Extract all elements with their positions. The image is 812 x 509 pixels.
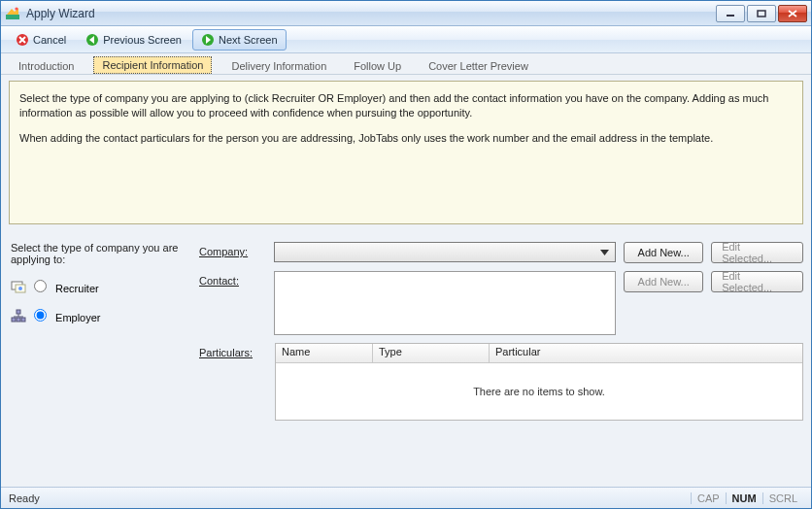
particulars-row: Particulars: Name Type Particular There … bbox=[199, 343, 803, 421]
close-button[interactable] bbox=[778, 5, 807, 22]
svg-rect-13 bbox=[12, 318, 16, 322]
info-paragraph-1: Select the type of company you are apply… bbox=[19, 91, 793, 121]
recruiter-text: Recruiter bbox=[55, 283, 99, 294]
company-label: Company: bbox=[199, 242, 274, 257]
chevron-down-icon bbox=[596, 245, 613, 259]
contact-edit-selected-button[interactable]: Edit Selected... bbox=[711, 271, 803, 292]
cancel-button[interactable]: Cancel bbox=[7, 29, 75, 51]
employer-text: Employer bbox=[55, 312, 100, 323]
tab-cover-letter-preview[interactable]: Cover Letter Preview bbox=[421, 58, 536, 74]
info-paragraph-2: When adding the contact particulars for … bbox=[19, 131, 793, 146]
company-add-new-button[interactable]: Add New... bbox=[624, 242, 703, 263]
app-window: Apply Wizard Cancel Previous Screen bbox=[0, 0, 812, 509]
employer-icon bbox=[11, 308, 26, 323]
column-type[interactable]: Type bbox=[373, 344, 490, 362]
contact-add-new-button[interactable]: Add New... bbox=[624, 271, 703, 292]
tab-follow-up[interactable]: Follow Up bbox=[346, 58, 409, 74]
previous-label: Previous Screen bbox=[103, 34, 182, 46]
company-type-panel: Select the type of company you are apply… bbox=[9, 242, 199, 323]
close-icon bbox=[788, 10, 797, 17]
recruiter-icon bbox=[11, 279, 26, 294]
column-name[interactable]: Name bbox=[276, 344, 373, 362]
employer-radio-label[interactable]: Employer bbox=[34, 309, 101, 323]
status-cap: CAP bbox=[691, 492, 726, 504]
info-box: Select the type of company you are apply… bbox=[9, 81, 803, 224]
toolbar: Cancel Previous Screen Next Screen bbox=[1, 26, 811, 53]
recruiter-radio[interactable] bbox=[34, 280, 47, 292]
recruiter-radio-label[interactable]: Recruiter bbox=[34, 280, 99, 294]
svg-rect-10 bbox=[17, 310, 20, 314]
minimize-button[interactable] bbox=[716, 5, 745, 22]
particulars-grid: Name Type Particular There are no items … bbox=[275, 343, 803, 421]
company-row: Company: Add New... Edit Selected... bbox=[199, 242, 803, 263]
company-edit-selected-button[interactable]: Edit Selected... bbox=[711, 242, 803, 263]
tab-introduction[interactable]: Introduction bbox=[11, 58, 82, 74]
employer-radio[interactable] bbox=[34, 309, 47, 322]
tab-strip: Introduction Recipient Information Deliv… bbox=[1, 53, 811, 75]
next-label: Next Screen bbox=[219, 34, 278, 46]
previous-icon bbox=[85, 33, 99, 47]
company-combo[interactable] bbox=[274, 242, 616, 262]
svg-point-1 bbox=[15, 7, 17, 10]
window-title: Apply Wizard bbox=[26, 7, 95, 20]
previous-screen-button[interactable]: Previous Screen bbox=[77, 29, 190, 51]
status-indicators: CAP NUM SCRL bbox=[691, 492, 803, 504]
cancel-icon bbox=[16, 33, 29, 47]
grid-empty-message: There are no items to show. bbox=[276, 363, 802, 420]
minimize-icon bbox=[726, 10, 735, 17]
cancel-label: Cancel bbox=[33, 34, 66, 46]
column-particular[interactable]: Particular bbox=[490, 344, 802, 362]
tab-recipient-information[interactable]: Recipient Information bbox=[93, 56, 212, 74]
select-type-prompt: Select the type of company you are apply… bbox=[11, 242, 199, 265]
svg-rect-15 bbox=[21, 318, 25, 322]
particulars-label: Particulars: bbox=[199, 343, 275, 358]
svg-rect-3 bbox=[758, 11, 765, 17]
svg-point-9 bbox=[18, 287, 22, 290]
fields-panel: Company: Add New... Edit Selected... Con… bbox=[199, 242, 803, 428]
status-num: NUM bbox=[726, 492, 762, 504]
maximize-button[interactable] bbox=[747, 5, 776, 22]
next-icon bbox=[201, 33, 215, 47]
tab-delivery-information[interactable]: Delivery Information bbox=[223, 58, 334, 74]
status-ready: Ready bbox=[9, 492, 40, 504]
svg-rect-2 bbox=[727, 15, 734, 17]
next-screen-button[interactable]: Next Screen bbox=[192, 29, 287, 51]
recruiter-option: Recruiter bbox=[11, 279, 199, 294]
content-area: Select the type of company you are apply… bbox=[1, 75, 811, 487]
status-bar: Ready CAP NUM SCRL bbox=[1, 487, 811, 508]
employer-option: Employer bbox=[11, 308, 199, 323]
grid-header: Name Type Particular bbox=[276, 344, 802, 363]
contact-textarea[interactable] bbox=[274, 271, 616, 335]
app-icon bbox=[5, 6, 20, 21]
maximize-icon bbox=[757, 10, 766, 17]
titlebar: Apply Wizard bbox=[1, 1, 811, 26]
svg-rect-0 bbox=[6, 15, 19, 19]
contact-row: Contact: Add New... Edit Selected... bbox=[199, 271, 803, 335]
form-area: Select the type of company you are apply… bbox=[9, 242, 803, 428]
status-scrl: SCRL bbox=[762, 492, 803, 504]
contact-label: Contact: bbox=[199, 271, 274, 287]
svg-rect-14 bbox=[17, 318, 20, 322]
